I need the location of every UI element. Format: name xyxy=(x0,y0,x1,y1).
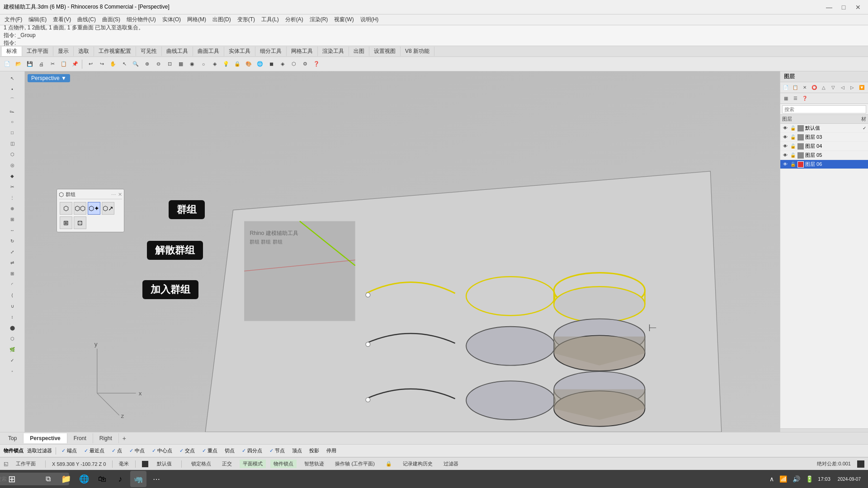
tray-date[interactable]: 2024-09-07 xyxy=(838,477,861,482)
snap-center[interactable]: ✓ 中心点 xyxy=(150,447,174,455)
layer-tb-filter[interactable]: 🔽 xyxy=(857,83,866,92)
group-btn-6[interactable]: ⊡ xyxy=(74,216,86,229)
lt-circle[interactable]: ○ xyxy=(2,117,22,127)
tray-battery[interactable]: 🔋 xyxy=(805,474,814,483)
lt-curve[interactable]: ⌒ xyxy=(2,95,22,105)
menu-viewport[interactable]: 视窗(W) xyxy=(331,15,356,24)
layer-tb-btn-4[interactable]: ⭕ xyxy=(810,83,819,92)
lt-polyline[interactable]: ⌳ xyxy=(2,106,22,116)
lt-mesh-edit[interactable]: ⬡ xyxy=(2,333,22,343)
taskbar-store[interactable]: 🛍 xyxy=(94,471,110,487)
status-color-label[interactable]: 默认值 xyxy=(154,460,175,468)
layer-tb-btn-5[interactable]: △ xyxy=(819,83,828,92)
tab-drafting[interactable]: 出图 xyxy=(349,47,369,56)
snap-endpoint[interactable]: ✓ 端点 xyxy=(60,447,79,455)
lt-sphere[interactable]: ◎ xyxy=(2,160,22,170)
tb-save[interactable]: 💾 xyxy=(24,59,35,70)
snap-vertex[interactable]: 顶点 xyxy=(290,447,304,455)
view-tab-front[interactable]: Front xyxy=(67,433,93,443)
tab-solid-tools[interactable]: 实体工具 xyxy=(224,47,255,56)
tb-more4[interactable]: ⚙ xyxy=(300,59,311,70)
tb-wireframe[interactable]: ○ xyxy=(198,59,209,70)
status-filter[interactable]: 过滤器 xyxy=(440,460,462,468)
snap-nearest[interactable]: ✓ 最近点 xyxy=(82,447,106,455)
layer-color-05[interactable] xyxy=(797,152,804,159)
layer-tb-btn-1[interactable]: 📄 xyxy=(781,83,790,92)
lt-solid[interactable]: ◆ xyxy=(2,171,22,181)
tray-network[interactable]: 📶 xyxy=(778,474,788,483)
tb-more1[interactable]: ◼ xyxy=(266,59,277,70)
layer-color-03[interactable] xyxy=(797,134,804,141)
close-button[interactable]: ✕ xyxy=(852,1,864,14)
layer-item-05[interactable]: 👁 🔓 图层 05 xyxy=(780,151,868,160)
menu-subd[interactable]: 细分物件(U) xyxy=(124,15,159,24)
taskbar-rhino[interactable]: 🦏 xyxy=(130,471,146,487)
layer-tb-btn-7[interactable]: ◁ xyxy=(838,83,847,92)
tb-render-mode[interactable]: ◈ xyxy=(209,59,220,70)
status-lock-grid[interactable]: 锁定格点 xyxy=(188,460,214,468)
tab-curve-tools[interactable]: 曲线工具 xyxy=(162,47,193,56)
snap-knot[interactable]: ✓ 节点 xyxy=(268,447,287,455)
tb-zoom-in[interactable]: ⊕ xyxy=(142,59,152,70)
lt-mirror[interactable]: ⇌ xyxy=(2,258,22,267)
menu-render[interactable]: 渲染(R) xyxy=(307,15,331,24)
taskbar-more-apps[interactable]: ⋯ xyxy=(148,471,165,487)
tab-v8-new[interactable]: V8 新功能 xyxy=(401,47,434,56)
lt-array[interactable]: ⊞ xyxy=(2,268,22,278)
layer-color-default[interactable] xyxy=(797,125,804,131)
status-smart-track[interactable]: 智慧轨迹 xyxy=(301,460,327,468)
lt-select[interactable]: ↖ xyxy=(2,73,22,83)
tb-lock[interactable]: 🔒 xyxy=(232,59,243,70)
lt-surface[interactable]: ◫ xyxy=(2,138,22,148)
snap-perp[interactable]: ✓ 重点 xyxy=(200,447,219,455)
layer-tb-btn-2[interactable]: 📋 xyxy=(791,83,800,92)
status-osnap[interactable]: 物件锁点 xyxy=(270,460,297,468)
tb-light[interactable]: 💡 xyxy=(221,59,231,70)
layer-item-default[interactable]: 👁 🔓 默认值 ✓ xyxy=(780,124,868,133)
layer-search-input[interactable] xyxy=(782,105,866,113)
tab-select[interactable]: 选取 xyxy=(74,47,94,56)
status-lock-icon[interactable]: 🔒 xyxy=(382,460,395,468)
taskbar-edge[interactable]: 🌐 xyxy=(76,471,92,487)
lt-analyze[interactable]: ⬤ xyxy=(2,323,22,333)
taskbar-music[interactable]: ♪ xyxy=(112,471,128,487)
group-btn-1[interactable]: ⬡ xyxy=(60,202,72,215)
maximize-button[interactable]: □ xyxy=(837,1,850,14)
status-workplane[interactable]: 工作平面 xyxy=(13,460,39,468)
menu-transform[interactable]: 变形(T) xyxy=(235,15,258,24)
viewport-label[interactable]: Perspective ▼ xyxy=(28,74,70,82)
view-tab-add[interactable]: + xyxy=(119,433,130,444)
tb-print[interactable]: 🖨 xyxy=(36,59,47,70)
tab-set-view[interactable]: 设置视图 xyxy=(369,47,401,56)
minimize-button[interactable]: — xyxy=(823,1,835,14)
menu-view[interactable]: 查看(V) xyxy=(50,15,74,24)
tray-chevron[interactable]: ∧ xyxy=(769,474,775,483)
tb-new[interactable]: 📄 xyxy=(2,59,13,70)
tray-volume[interactable]: 🔊 xyxy=(792,474,801,483)
tb-more3[interactable]: ⬡ xyxy=(288,59,299,70)
menu-analyze[interactable]: 分析(A) xyxy=(283,15,306,24)
tb-undo[interactable]: ↩ xyxy=(85,59,96,70)
tb-help[interactable]: ❓ xyxy=(311,59,322,70)
tb-env[interactable]: 🌐 xyxy=(255,59,265,70)
lt-join[interactable]: ⊕ xyxy=(2,203,22,213)
group-btn-5[interactable]: ⊞ xyxy=(60,216,72,229)
tb-material[interactable]: 🎨 xyxy=(243,59,254,70)
lt-check[interactable]: ✓ xyxy=(2,355,22,365)
menu-surface[interactable]: 曲面(S) xyxy=(99,15,123,24)
tab-display[interactable]: 显示 xyxy=(53,47,74,56)
snap-disable[interactable]: 停用 xyxy=(325,447,338,455)
tb-select[interactable]: ↖ xyxy=(119,59,130,70)
lt-offset[interactable]: ⟨ xyxy=(2,290,22,300)
cmd-line3[interactable]: 指令: xyxy=(4,39,864,47)
lt-boolean[interactable]: ∪ xyxy=(2,301,22,311)
group-btn-4[interactable]: ⬡↗ xyxy=(102,202,114,215)
taskbar-task-view[interactable]: ⧉ xyxy=(40,471,56,487)
taskbar-search-btn[interactable] xyxy=(22,471,38,487)
lt-extrude[interactable]: ⬡ xyxy=(2,149,22,159)
status-ortho[interactable]: 正交 xyxy=(219,460,235,468)
lt-grass[interactable]: 🌿 xyxy=(2,344,22,354)
menu-tools[interactable]: 工具(L) xyxy=(259,15,282,24)
status-color-swatch[interactable] xyxy=(142,461,148,467)
status-plane-mode[interactable]: 平面模式 xyxy=(240,460,266,468)
